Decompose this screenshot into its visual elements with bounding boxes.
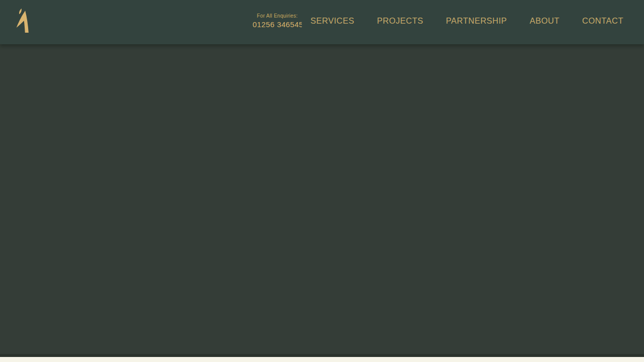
next-section-edge [0,357,644,362]
brand-logo-stylized-a-icon [15,9,32,33]
hero-section [0,44,644,354]
nav-link-about[interactable]: ABOUT [530,16,559,26]
enquiries-phone-number: 01256 346545 [253,20,302,29]
nav-link-services[interactable]: SERVICES [310,16,354,26]
page: For All Enquiries: 01256 346545 SERVICES… [0,0,644,362]
enquiries-phone-link[interactable]: For All Enquiries: 01256 346545 [253,13,302,29]
nav-link-partnership[interactable]: PARTNERSHIP [446,16,507,26]
site-header: For All Enquiries: 01256 346545 SERVICES… [0,0,644,44]
brand-logo[interactable] [15,9,32,33]
main-nav: SERVICES PROJECTS PARTNERSHIP ABOUT CONT… [310,16,623,26]
nav-link-projects[interactable]: PROJECTS [377,16,423,26]
nav-link-contact[interactable]: CONTACT [582,16,623,26]
enquiries-label: For All Enquiries: [253,13,302,19]
